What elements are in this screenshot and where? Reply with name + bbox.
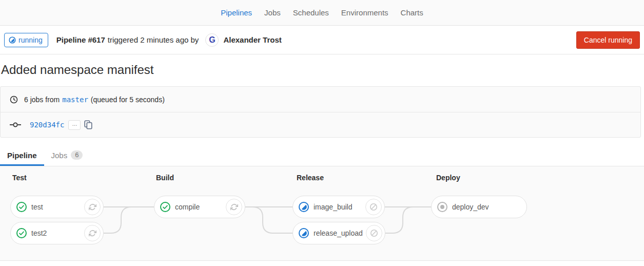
status-badge: running — [4, 33, 48, 47]
pipeline-info-box: 6 jobs from master (queued for 5 seconds… — [0, 86, 641, 138]
retry-job-button[interactable] — [84, 199, 101, 215]
check-circle-icon — [16, 201, 27, 213]
clock-icon — [10, 96, 18, 104]
job-name: release_upload — [314, 229, 363, 237]
nav-item-environments[interactable]: Environments — [335, 0, 395, 25]
pipeline-detail-tabs: Pipeline Jobs 6 — [0, 145, 644, 166]
queued-duration-text: (queued for 5 seconds) — [91, 96, 165, 104]
jobs-count-text: 6 jobs from — [24, 96, 60, 104]
job-name: image_build — [314, 203, 353, 211]
stage-title-test: Test — [12, 174, 27, 182]
stage-title-deploy: Deploy — [436, 174, 460, 182]
running-spinner-icon — [298, 201, 309, 213]
jobs-count-badge: 6 — [71, 150, 83, 160]
commit-icon — [10, 121, 21, 128]
triggered-text: triggered 2 minutes ago by — [108, 35, 199, 44]
stage-title-build: Build — [156, 174, 174, 182]
check-circle-icon — [160, 201, 171, 213]
nav-item-charts[interactable]: Charts — [395, 0, 430, 25]
job-card-compile[interactable]: compile — [154, 196, 245, 218]
user-name-link[interactable]: Alexander Trost — [223, 35, 281, 44]
status-badge-label: running — [18, 36, 43, 44]
job-card-image-build[interactable]: image_build — [292, 196, 385, 218]
nav-item-pipelines[interactable]: Pipelines — [214, 0, 258, 25]
nav-item-schedules[interactable]: Schedules — [287, 0, 335, 25]
cancel-job-button[interactable] — [366, 225, 382, 241]
job-card-release-upload[interactable]: release_upload — [292, 222, 385, 244]
job-card-test2[interactable]: test2 — [10, 222, 104, 244]
page-title: Added namespace manifest — [1, 63, 644, 77]
cancel-running-button[interactable]: Cancel running — [576, 31, 640, 49]
tab-pipeline-label: Pipeline — [7, 151, 37, 160]
jobs-summary-row: 6 jobs from master (queued for 5 seconds… — [1, 87, 640, 112]
job-name: test — [31, 203, 43, 211]
running-spinner-icon — [298, 227, 309, 239]
job-name: compile — [175, 203, 200, 211]
nav-item-jobs[interactable]: Jobs — [258, 0, 287, 25]
commit-sha-link[interactable]: 920d34fc — [30, 121, 64, 129]
dot-circle-icon — [437, 201, 448, 213]
pipeline-id: Pipeline #617 — [56, 35, 105, 44]
retry-job-button[interactable] — [84, 225, 101, 241]
tab-jobs[interactable]: Jobs 6 — [44, 145, 90, 166]
stage-title-release: Release — [297, 174, 324, 182]
check-circle-icon — [16, 227, 27, 239]
running-spinner-icon — [9, 36, 16, 44]
tab-pipeline[interactable]: Pipeline — [0, 145, 44, 166]
pipelines-subnav: Pipelines Jobs Schedules Environments Ch… — [0, 0, 644, 26]
retry-job-button[interactable] — [226, 199, 242, 215]
pipeline-header: running Pipeline #617 triggered 2 minute… — [0, 26, 644, 54]
branch-link[interactable]: master — [62, 96, 88, 104]
pipeline-graph: Test Build Release Deploy test test2 — [0, 166, 644, 261]
job-name: deploy_dev — [452, 203, 489, 211]
expand-commit-message-button[interactable]: ... — [68, 120, 81, 130]
avatar[interactable]: G — [205, 33, 219, 47]
job-card-test[interactable]: test — [10, 196, 104, 218]
commit-row: 920d34fc ... — [1, 112, 640, 137]
copy-to-clipboard-icon[interactable] — [84, 120, 92, 129]
job-card-deploy-dev[interactable]: deploy_dev — [431, 196, 527, 218]
cancel-job-button[interactable] — [365, 199, 382, 215]
tab-jobs-label: Jobs — [51, 151, 68, 160]
job-name: test2 — [31, 229, 47, 237]
